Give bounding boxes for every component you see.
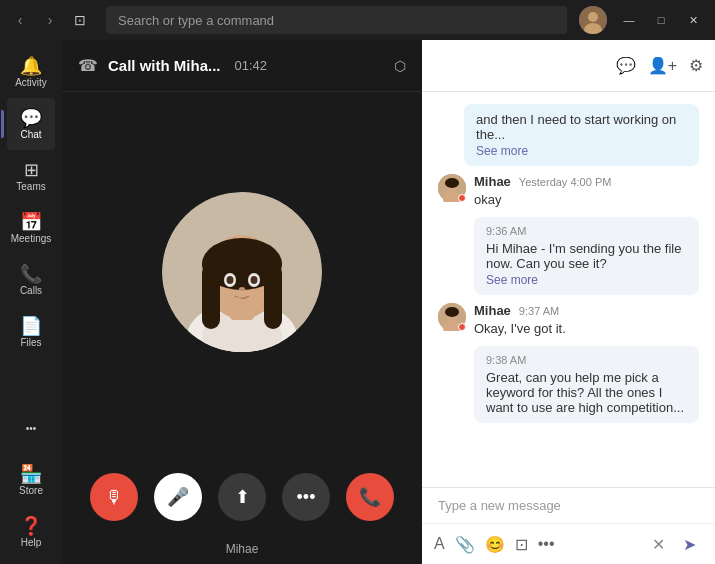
message-content-4: Mihae 9:37 AM Okay, I've got it. [474, 303, 699, 338]
share-icon: ⬆ [235, 486, 250, 508]
caller-avatar [162, 192, 322, 352]
sidebar-label-teams: Teams [16, 181, 45, 192]
mihae-avatar-2 [438, 303, 466, 331]
expand-button[interactable]: ⬡ [394, 58, 406, 74]
sidebar-item-meetings[interactable]: 📅 Meetings [7, 202, 55, 254]
chat-panel: 💬 👤+ ⚙ and then I need to start working … [422, 40, 715, 564]
attach-icon[interactable]: 📎 [455, 535, 475, 554]
call-video-area [62, 92, 422, 452]
sidebar-label-activity: Activity [15, 77, 47, 88]
content-area: ☎ Call with Miha... 01:42 ⬡ [62, 40, 715, 564]
giphy-icon[interactable]: ⊡ [515, 535, 528, 554]
svg-point-21 [445, 178, 459, 188]
chat-toolbar: A 📎 😊 ⊡ ••• ✕ ➤ [422, 524, 715, 564]
chat-input-field[interactable]: Type a new message [422, 488, 715, 524]
store-icon: 🏪 [20, 465, 42, 483]
message-outgoing-1: and then I need to start working on the.… [464, 104, 699, 166]
chat-icon: 💬 [20, 109, 42, 127]
sidebar-item-store[interactable]: 🏪 Store [7, 454, 55, 506]
svg-point-16 [239, 287, 245, 291]
settings-icon[interactable]: ⚙ [689, 56, 703, 75]
forward-button[interactable]: › [38, 8, 62, 32]
share-button[interactable]: ⬆ [218, 473, 266, 521]
message-header-2: Mihae Yesterday 4:00 PM [474, 174, 699, 189]
nav-controls: ‹ › [8, 8, 62, 32]
format-text-icon[interactable]: A [434, 535, 445, 553]
chat-messages: and then I need to start working on the.… [422, 92, 715, 487]
online-indicator [458, 194, 466, 202]
call-header: ☎ Call with Miha... 01:42 ⬡ [62, 40, 422, 92]
app-body: 🔔 Activity 💬 Chat ⊞ Teams 📅 Meetings 📞 C… [0, 40, 715, 564]
message-text-4: Okay, I've got it. [474, 320, 699, 338]
help-icon: ❓ [20, 517, 42, 535]
message-row-4: Mihae 9:37 AM Okay, I've got it. [438, 303, 699, 338]
minimize-button[interactable]: — [615, 6, 643, 34]
sidebar: 🔔 Activity 💬 Chat ⊞ Teams 📅 Meetings 📞 C… [0, 40, 62, 564]
message-text-5: Great, can you help me pick a keyword fo… [486, 370, 687, 415]
window-controls: — □ ✕ [615, 6, 707, 34]
see-more-link-1[interactable]: See more [476, 144, 687, 158]
message-time-5: 9:38 AM [486, 354, 687, 366]
message-content-2: Mihae Yesterday 4:00 PM okay [474, 174, 699, 209]
mic-button[interactable]: 🎤 [154, 473, 202, 521]
svg-point-17 [220, 297, 248, 317]
sidebar-label-help: Help [21, 537, 42, 548]
sidebar-label-files: Files [20, 337, 41, 348]
call-controls: 🎙 🎤 ⬆ ••• 📞 [62, 452, 422, 542]
see-more-link-3[interactable]: See more [486, 273, 687, 287]
mute-button[interactable]: 🎙 [90, 473, 138, 521]
sidebar-item-activity[interactable]: 🔔 Activity [7, 46, 55, 98]
svg-point-11 [202, 246, 282, 282]
call-title: Call with Miha... [108, 57, 221, 74]
send-button[interactable]: ➤ [675, 530, 703, 558]
chat-input-area: Type a new message A 📎 😊 ⊡ ••• ✕ ➤ [422, 487, 715, 564]
chat-tab-icon[interactable]: 💬 [616, 56, 636, 75]
send-icon: ➤ [683, 535, 696, 554]
mic-icon: 🎤 [167, 486, 189, 508]
add-people-icon[interactable]: 👤+ [648, 56, 677, 75]
title-bar: ‹ › ⊡ Search or type a command — □ ✕ [0, 0, 715, 40]
message-time-2: Yesterday 4:00 PM [519, 176, 612, 188]
caller-name: Mihae [62, 542, 422, 564]
sidebar-label-meetings: Meetings [11, 233, 52, 244]
search-bar[interactable]: Search or type a command [106, 6, 567, 34]
profile-avatar[interactable] [579, 6, 607, 34]
more-label: ••• [26, 423, 37, 434]
close-input-button[interactable]: ✕ [652, 535, 665, 554]
emoji-icon[interactable]: 😊 [485, 535, 505, 554]
sidebar-item-more[interactable]: ••• [7, 402, 55, 454]
message-text: and then I need to start working on the.… [476, 112, 687, 142]
sender-name-4: Mihae [474, 303, 511, 318]
sidebar-item-teams[interactable]: ⊞ Teams [7, 150, 55, 202]
close-button[interactable]: ✕ [679, 6, 707, 34]
chat-top-bar: 💬 👤+ ⚙ [422, 40, 715, 92]
mihae-avatar-1 [438, 174, 466, 202]
message-time-4: 9:37 AM [519, 305, 559, 317]
sidebar-item-calls[interactable]: 📞 Calls [7, 254, 55, 306]
sidebar-label-store: Store [19, 485, 43, 496]
sidebar-item-chat[interactable]: 💬 Chat [7, 98, 55, 150]
call-timer: 01:42 [235, 58, 268, 73]
sidebar-label-calls: Calls [20, 285, 42, 296]
sidebar-label-chat: Chat [20, 129, 41, 140]
more-options-icon[interactable]: ••• [538, 535, 555, 553]
maximize-button[interactable]: □ [647, 6, 675, 34]
message-row-2: Mihae Yesterday 4:00 PM okay [438, 174, 699, 209]
compose-button[interactable]: ⊡ [66, 6, 94, 34]
end-call-button[interactable]: 📞 [346, 473, 394, 521]
mute-icon: 🎙 [105, 487, 123, 508]
sidebar-item-files[interactable]: 📄 Files [7, 306, 55, 358]
call-panel: ☎ Call with Miha... 01:42 ⬡ [62, 40, 422, 564]
meetings-icon: 📅 [20, 213, 42, 231]
message-header-4: Mihae 9:37 AM [474, 303, 699, 318]
sidebar-item-help[interactable]: ❓ Help [7, 506, 55, 558]
files-icon: 📄 [20, 317, 42, 335]
back-button[interactable]: ‹ [8, 8, 32, 32]
search-placeholder: Search or type a command [118, 13, 274, 28]
svg-point-14 [227, 276, 234, 284]
message-indented-5: 9:38 AM Great, can you help me pick a ke… [474, 346, 699, 423]
sender-name-2: Mihae [474, 174, 511, 189]
end-call-icon: 📞 [359, 486, 381, 508]
more-button[interactable]: ••• [282, 473, 330, 521]
input-placeholder: Type a new message [438, 498, 561, 513]
